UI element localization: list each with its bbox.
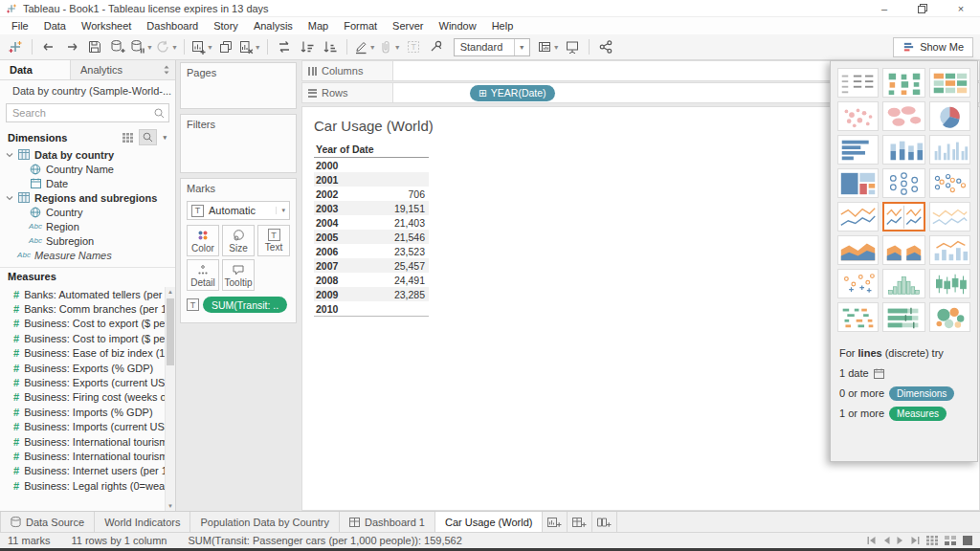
sort-ascending-icon[interactable] — [297, 36, 318, 57]
measure-item[interactable]: #Business: Exports (current US$) — [0, 375, 165, 389]
fit-caret-icon[interactable]: ▼ — [514, 39, 529, 55]
show-mark-labels-icon[interactable]: T — [403, 36, 424, 57]
detail-button[interactable]: Detail — [187, 259, 219, 291]
color-button[interactable]: Color — [187, 225, 219, 256]
restore-button[interactable] — [903, 0, 942, 16]
field-regions-and-subregions[interactable]: Regions and subregions — [0, 190, 175, 205]
table-row[interactable]: 200521,546 — [314, 230, 429, 244]
measure-item[interactable]: #Business: Firing cost (weeks of ... — [0, 390, 165, 405]
new-data-source-icon[interactable] — [107, 36, 128, 57]
next-page-icon[interactable] — [897, 537, 903, 544]
field-country-name[interactable]: Country Name — [0, 162, 175, 176]
pause-auto-updates-icon[interactable]: ▼ — [130, 36, 153, 57]
find-field-icon[interactable] — [139, 129, 157, 145]
showme-treemap[interactable] — [837, 168, 879, 198]
swap-rows-columns-icon[interactable] — [274, 36, 295, 57]
measure-item[interactable]: #Business: International tourism... — [0, 449, 165, 463]
mark-type-dropdown[interactable]: T Automatic ▾ — [187, 201, 290, 220]
sheet-tab-dashboard-1[interactable]: Dashboard 1 — [340, 512, 435, 532]
field-country[interactable]: Country — [0, 205, 175, 219]
showme-histogram[interactable] — [882, 269, 925, 298]
showme-scatter-plot[interactable] — [837, 269, 879, 298]
text-button[interactable]: T Text — [257, 225, 290, 256]
pane-menu-caret-icon[interactable]: ▾ — [160, 132, 169, 143]
measure-item[interactable]: #Business: Legal rights (0=weak... — [0, 478, 165, 493]
clear-sheet-icon[interactable]: ▼ — [238, 36, 261, 57]
showme-area-discrete[interactable] — [882, 235, 925, 265]
menu-analysis[interactable]: Analysis — [246, 18, 301, 33]
search-input[interactable] — [6, 103, 169, 122]
menu-format[interactable]: Format — [336, 18, 385, 33]
menu-story[interactable]: Story — [206, 18, 246, 33]
showme-bullet-graph[interactable] — [882, 302, 925, 332]
menu-file[interactable]: File — [4, 18, 36, 33]
measure-item[interactable]: #Business: International tourism... — [0, 434, 165, 449]
menu-map[interactable]: Map — [301, 18, 336, 33]
measure-item[interactable]: #Business: Cost to import ($ per... — [0, 331, 165, 345]
showme-circle-views[interactable] — [882, 168, 925, 198]
pages-card[interactable]: Pages — [180, 62, 297, 109]
show-sheet-view-icon[interactable] — [963, 536, 972, 545]
sheet-tab-population-data-by-country[interactable]: Population Data by Country — [190, 512, 340, 532]
scrollbar-thumb[interactable] — [167, 298, 174, 365]
showme-packed-bubbles[interactable] — [929, 302, 970, 332]
filters-card[interactable]: Filters — [180, 114, 297, 173]
showme-symbol-map[interactable] — [837, 101, 879, 131]
table-row[interactable]: 200421,403 — [314, 215, 429, 230]
showme-area-continuous[interactable] — [837, 235, 879, 265]
presentation-mode-icon[interactable] — [562, 36, 583, 57]
showme-dual-lines[interactable] — [929, 202, 970, 231]
showme-dual-combination[interactable] — [929, 235, 970, 265]
sheet-tab-data-source[interactable]: Data Source — [0, 512, 95, 532]
scroll-down-icon[interactable]: ▼ — [166, 503, 175, 509]
table-row[interactable]: 2002706 — [314, 187, 429, 201]
measure-item[interactable]: #Business: Imports (current US$) — [0, 420, 165, 434]
table-row[interactable]: 2001 — [314, 172, 429, 187]
sort-descending-icon[interactable] — [320, 36, 341, 57]
table-row[interactable]: 200725,457 — [314, 258, 429, 273]
menu-server[interactable]: Server — [385, 18, 431, 33]
group-members-icon[interactable]: ▼ — [378, 36, 401, 57]
table-row[interactable]: 200319,151 — [314, 201, 429, 215]
showme-lines-discrete[interactable] — [882, 202, 925, 231]
run-update-icon[interactable]: ▼ — [155, 36, 178, 57]
measure-item[interactable]: #Business: Cost to export ($ per... — [0, 317, 165, 331]
share-workbook-icon[interactable] — [595, 36, 616, 57]
showme-text-table[interactable] — [837, 68, 879, 98]
show-tabs-view-icon[interactable] — [926, 536, 938, 545]
measure-item[interactable]: #Business: Ease of biz index (1=... — [0, 346, 165, 361]
showme-stacked-bars[interactable] — [882, 135, 925, 165]
table-row[interactable]: 200923,285 — [314, 287, 429, 301]
show-me-button[interactable]: Show Me — [893, 37, 973, 57]
table-row[interactable]: 200824,491 — [314, 273, 429, 287]
showme-pie-chart[interactable] — [929, 101, 970, 131]
measures-scrollbar[interactable]: ▲ ▼ — [165, 287, 175, 511]
measure-item[interactable]: #Business: Internet users (per 1... — [0, 464, 165, 478]
close-button[interactable]: × — [942, 0, 980, 16]
table-row[interactable]: 2010 — [314, 301, 429, 316]
new-worksheet-icon[interactable]: ▼ — [190, 36, 213, 57]
tab-data[interactable]: Data — [0, 60, 71, 79]
field-region[interactable]: AbcRegion — [0, 219, 175, 233]
menu-dashboard[interactable]: Dashboard — [139, 18, 206, 33]
duplicate-icon[interactable] — [215, 36, 236, 57]
menu-help[interactable]: Help — [484, 18, 522, 33]
first-page-icon[interactable] — [867, 537, 877, 544]
menu-window[interactable]: Window — [432, 18, 484, 33]
fit-selector-dropdown[interactable]: Standard▼ — [454, 38, 530, 56]
showme-lines-continuous[interactable] — [837, 202, 879, 231]
measure-item[interactable]: #Banks: Automated tellers (per ... — [0, 287, 165, 301]
showme-gantt[interactable] — [837, 302, 879, 332]
new-story-button[interactable] — [592, 512, 617, 532]
last-page-icon[interactable] — [910, 537, 920, 544]
showme-heatmap[interactable] — [882, 68, 925, 98]
showme-side-by-side-circles[interactable] — [929, 168, 970, 198]
undo-icon[interactable] — [38, 36, 59, 57]
showme-highlight-table[interactable] — [929, 68, 970, 98]
menu-worksheet[interactable]: Worksheet — [74, 18, 139, 33]
table-row[interactable]: 2000 — [314, 158, 429, 172]
sum-transit-pill[interactable]: SUM(Transit: .. — [203, 297, 287, 313]
view-data-grid-icon[interactable] — [120, 131, 136, 144]
sheet-tab-car-usage-world-[interactable]: Car Usage (World) — [435, 512, 544, 532]
datasource-item[interactable]: Data by country (Sample-World-... — [0, 80, 175, 99]
